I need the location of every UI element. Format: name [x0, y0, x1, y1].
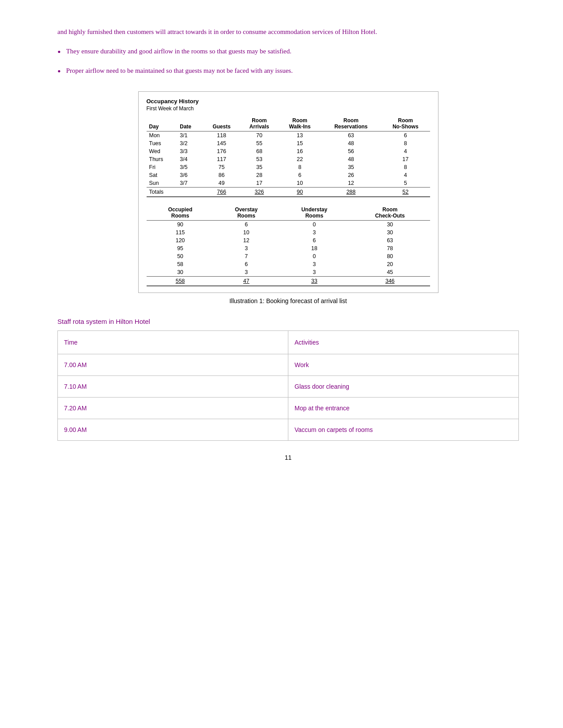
bottom-table-cell: 3: [214, 244, 279, 252]
top-table-cell: 22: [279, 155, 321, 163]
top-table-cell: 5: [381, 179, 430, 188]
top-totals-cell: 766: [204, 187, 240, 197]
staff-table: Time Activities 7.00 AMWork7.10 AMGlass …: [57, 330, 519, 441]
bottom-table-cell: 0: [279, 252, 350, 260]
page-number: 11: [57, 454, 519, 461]
occupancy-title: Occupancy History: [147, 98, 430, 105]
top-table-cell: 3/6: [177, 171, 203, 179]
staff-table-cell: Mop at the entrance: [288, 397, 519, 419]
bottom-table-cell: 115: [147, 229, 214, 236]
top-table-cell: 35: [240, 163, 279, 171]
top-table-cell: 75: [204, 163, 240, 171]
top-table-cell: 10: [279, 179, 321, 188]
top-table-cell: 48: [321, 155, 381, 163]
top-table-row: Tues3/21455515488: [147, 139, 430, 147]
top-table-cell: Fri: [147, 163, 178, 171]
top-table-cell: 118: [204, 131, 240, 139]
top-table-row: Sat3/686286264: [147, 171, 430, 179]
top-table-cell: 3/1: [177, 131, 203, 139]
top-totals-cell: 326: [240, 187, 279, 197]
bottom-table-row: 9531878: [147, 244, 430, 252]
bottom-table-cell: 95: [147, 244, 214, 252]
staff-table-cell: 7.20 AM: [58, 397, 288, 419]
bottom-table-row: 303345: [147, 268, 430, 277]
col-checkouts: RoomCheck-Outs: [350, 205, 430, 221]
bottom-table-cell: 10: [214, 229, 279, 236]
bottom-table-row: 586320: [147, 260, 430, 268]
staff-table-cell: 7.10 AM: [58, 375, 288, 397]
bottom-table-cell: 0: [279, 220, 350, 229]
top-table-cell: 17: [240, 179, 279, 188]
col-room-reservations: RoomReservations: [321, 116, 381, 131]
intro-paragraph: and highly furnished then customers will…: [57, 26, 519, 38]
bottom-table-cell: 30: [350, 229, 430, 236]
bottom-table-cell: 12: [214, 236, 279, 244]
top-table-cell: 68: [240, 147, 279, 155]
top-totals-cell: 90: [279, 187, 321, 197]
occupancy-bottom-table: OccupiedRooms OverstayRooms UnderstayRoo…: [147, 205, 430, 286]
occupancy-top-table: Day Date Guests RoomArrivals RoomWalk-In…: [147, 116, 430, 197]
top-totals-cell: [177, 187, 203, 197]
col-room-walkIns: RoomWalk-Ins: [279, 116, 321, 131]
top-table-row: Thurs3/411753224817: [147, 155, 430, 163]
top-table-cell: 6: [279, 171, 321, 179]
bottom-table-cell: 30: [147, 268, 214, 277]
staff-table-cell: Glass door cleaning: [288, 375, 519, 397]
top-table-row: Fri3/575358358: [147, 163, 430, 171]
bottom-table-cell: 120: [147, 236, 214, 244]
occupancy-subtitle: First Week of March: [147, 105, 430, 112]
staff-col-time: Time: [58, 330, 288, 354]
staff-table-cell: Vaccum on carpets of rooms: [288, 419, 519, 440]
top-table-row: Mon3/11187013636: [147, 131, 430, 139]
staff-table-row: 7.20 AMMop at the entrance: [58, 397, 519, 419]
bottom-table-cell: 90: [147, 220, 214, 229]
top-table-cell: Wed: [147, 147, 178, 155]
bottom-table-cell: 3: [214, 268, 279, 277]
top-table-row: Wed3/31766816564: [147, 147, 430, 155]
top-table-cell: 8: [381, 139, 430, 147]
col-guests: Guests: [204, 116, 240, 131]
top-table-cell: 8: [279, 163, 321, 171]
top-table-cell: 8: [381, 163, 430, 171]
top-table-cell: 3/2: [177, 139, 203, 147]
staff-table-cell: Work: [288, 354, 519, 375]
top-table-cell: 16: [279, 147, 321, 155]
bottom-table-row: 906030: [147, 220, 430, 229]
top-table-cell: 3/3: [177, 147, 203, 155]
bottom-totals-cell: 558: [147, 276, 214, 286]
bottom-table-cell: 63: [350, 236, 430, 244]
col-room-noshows: RoomNo-Shows: [381, 116, 430, 131]
top-table-cell: 70: [240, 131, 279, 139]
top-table-cell: 35: [321, 163, 381, 171]
top-table-cell: 26: [321, 171, 381, 179]
top-table-cell: 55: [240, 139, 279, 147]
top-table-cell: Sun: [147, 179, 178, 188]
occupancy-table-container: Occupancy History First Week of March Da…: [138, 91, 438, 293]
col-date: Date: [177, 116, 203, 131]
top-table-cell: 48: [321, 139, 381, 147]
top-table-cell: 3/5: [177, 163, 203, 171]
bullet-dot-2: •: [57, 65, 61, 78]
bottom-table-cell: 80: [350, 252, 430, 260]
top-table-cell: 28: [240, 171, 279, 179]
top-table-cell: 145: [204, 139, 240, 147]
top-table-cell: Thurs: [147, 155, 178, 163]
staff-table-row: 7.10 AMGlass door cleaning: [58, 375, 519, 397]
col-understay: UnderstayRooms: [279, 205, 350, 221]
bullet-text-1: They ensure durability and good airflow …: [66, 46, 291, 56]
col-room-arrivals: RoomArrivals: [240, 116, 279, 131]
bottom-totals-cell: 33: [279, 276, 350, 286]
top-table-cell: Mon: [147, 131, 178, 139]
bottom-totals-cell: 346: [350, 276, 430, 286]
top-table-cell: 117: [204, 155, 240, 163]
staff-col-activities: Activities: [288, 330, 519, 354]
staff-table-cell: 7.00 AM: [58, 354, 288, 375]
bottom-table-cell: 18: [279, 244, 350, 252]
occupancy-table-wrapper: Occupancy History First Week of March Da…: [57, 91, 519, 293]
bottom-table-cell: 6: [214, 220, 279, 229]
top-table-cell: 53: [240, 155, 279, 163]
staff-table-cell: 9.00 AM: [58, 419, 288, 440]
bottom-table-cell: 45: [350, 268, 430, 277]
bottom-table-cell: 6: [279, 236, 350, 244]
bottom-table-cell: 58: [147, 260, 214, 268]
